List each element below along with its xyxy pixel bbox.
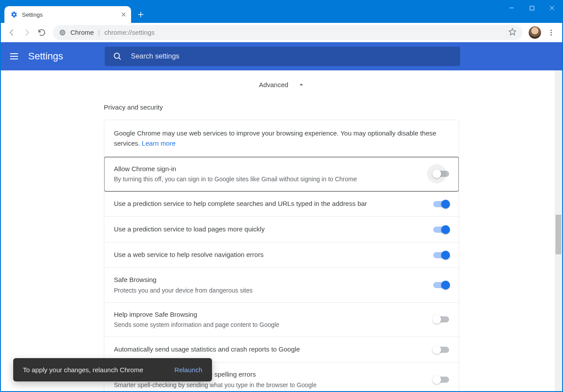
setting-title: Allow Chrome sign-in — [114, 164, 357, 174]
search-icon — [113, 51, 122, 61]
setting-title: Use a prediction service to load pages m… — [114, 224, 265, 234]
toggle-knob — [441, 281, 450, 289]
gear-icon — [11, 11, 18, 18]
setting-row: Use a prediction service to load pages m… — [104, 217, 459, 242]
toggle-switch[interactable] — [433, 347, 449, 353]
close-window-button[interactable] — [542, 1, 562, 15]
scrollbar-track[interactable] — [555, 70, 562, 391]
browser-tab[interactable]: Settings — [4, 6, 131, 23]
bookmark-star-icon[interactable] — [508, 28, 516, 37]
intro-text: Google Chrome may use web services to im… — [104, 120, 459, 157]
chrome-window: Settings Chrome | chrome://settings — [0, 0, 563, 392]
kebab-menu-icon[interactable] — [544, 25, 559, 40]
new-tab-button[interactable] — [135, 8, 147, 21]
window-controls — [501, 1, 562, 15]
minimize-button[interactable] — [501, 1, 522, 15]
svg-rect-5 — [530, 6, 534, 10]
learn-more-link[interactable]: Learn more — [142, 139, 175, 147]
privacy-card: Google Chrome may use web services to im… — [104, 120, 459, 391]
toggle-switch[interactable] — [433, 377, 449, 383]
svg-line-19 — [118, 58, 120, 59]
toggle-switch[interactable] — [433, 227, 449, 233]
setting-row: Use a prediction service to help complet… — [104, 191, 459, 217]
svg-point-18 — [114, 53, 119, 59]
scrollbar-thumb[interactable] — [556, 215, 561, 254]
toggle-knob — [441, 225, 450, 234]
setting-row: Help improve Safe BrowsingSends some sys… — [104, 303, 459, 337]
toggle-knob — [432, 315, 441, 324]
page-body: Advanced Privacy and security Google Chr… — [1, 70, 562, 391]
tab-title: Settings — [22, 11, 121, 18]
hamburger-icon[interactable] — [9, 51, 19, 62]
toggle-switch[interactable] — [433, 171, 449, 177]
omnibox[interactable]: Chrome | chrome://settings — [53, 25, 523, 40]
toggle-knob — [441, 251, 450, 260]
setting-title: Use a prediction service to help complet… — [114, 199, 367, 209]
svg-marker-20 — [300, 84, 303, 85]
app-title: Settings — [28, 51, 63, 62]
setting-title: Automatically send usage statistics and … — [114, 344, 300, 355]
setting-row: Use a web service to help resolve naviga… — [104, 242, 459, 268]
section-title: Privacy and security — [104, 103, 459, 120]
relaunch-button[interactable]: Relaunch — [175, 366, 202, 374]
settings-content: Privacy and security Google Chrome may u… — [104, 103, 459, 391]
toggle-knob — [432, 375, 441, 384]
setting-title: Safe Browsing — [114, 275, 252, 285]
reload-button[interactable] — [34, 25, 49, 40]
advanced-label: Advanced — [259, 81, 289, 88]
toast-message: To apply your changes, relaunch Chrome — [23, 366, 161, 374]
toggle-knob — [441, 200, 450, 209]
setting-title: Use a web service to help resolve naviga… — [114, 250, 263, 260]
setting-subtitle: Protects you and your device from danger… — [114, 286, 252, 295]
back-button[interactable] — [4, 25, 19, 40]
relaunch-toast: To apply your changes, relaunch Chrome R… — [13, 358, 212, 381]
svg-point-13 — [551, 32, 552, 33]
omnibox-separator: | — [98, 29, 100, 36]
search-input[interactable] — [131, 52, 452, 60]
setting-title: Help improve Safe Browsing — [114, 310, 279, 320]
forward-button[interactable] — [19, 25, 34, 40]
chevron-up-icon — [299, 81, 304, 88]
titlebar: Settings — [1, 1, 562, 23]
setting-row: Safe BrowsingProtects you and your devic… — [104, 268, 459, 303]
setting-row: Allow Chrome sign-inBy turning this off,… — [104, 157, 459, 192]
setting-subtitle: By turning this off, you can sign in to … — [114, 175, 357, 184]
omnibox-url: chrome://settings — [104, 29, 154, 36]
omnibox-chip: Chrome — [70, 29, 94, 36]
setting-subtitle: Smarter spell-checking by sending what y… — [114, 381, 317, 390]
close-tab-icon[interactable] — [121, 11, 127, 18]
profile-avatar[interactable] — [529, 26, 541, 39]
toggle-knob — [432, 169, 441, 178]
app-bar: Settings — [1, 42, 562, 70]
search-box[interactable] — [105, 47, 460, 66]
advanced-toggle-row[interactable]: Advanced — [1, 70, 562, 103]
nav-toolbar: Chrome | chrome://settings — [1, 23, 562, 42]
svg-point-14 — [551, 34, 552, 35]
svg-point-10 — [62, 31, 63, 33]
setting-subtitle: Sends some system information and page c… — [114, 320, 279, 330]
svg-marker-11 — [509, 29, 516, 35]
toggle-switch[interactable] — [433, 282, 449, 288]
toggle-switch[interactable] — [433, 252, 449, 258]
toggle-switch[interactable] — [433, 201, 449, 207]
toggle-knob — [432, 345, 441, 354]
maximize-button[interactable] — [522, 1, 542, 15]
chrome-logo-icon — [59, 29, 66, 36]
toggle-switch[interactable] — [433, 316, 449, 322]
svg-point-12 — [551, 29, 552, 31]
